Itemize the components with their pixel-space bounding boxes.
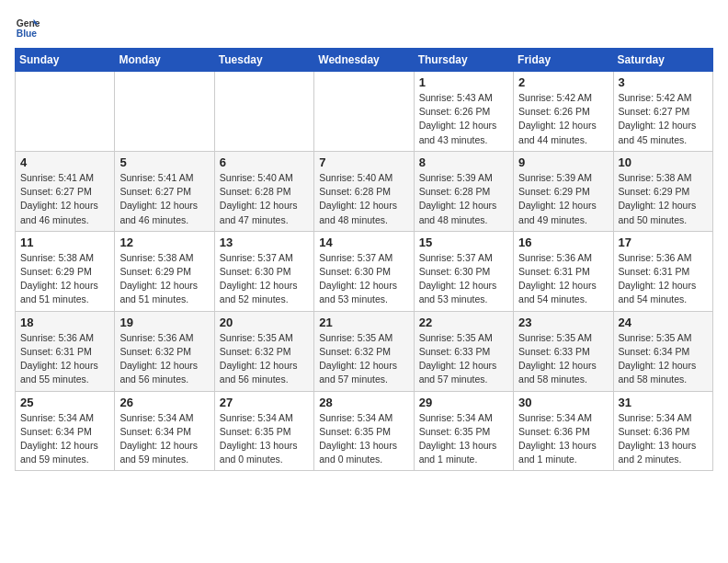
day-number: 14 xyxy=(319,236,408,249)
day-detail: Sunrise: 5:34 AM Sunset: 6:35 PM Dayligh… xyxy=(319,411,408,467)
calendar-cell: 18Sunrise: 5:36 AM Sunset: 6:31 PM Dayli… xyxy=(16,311,115,391)
day-number: 21 xyxy=(319,316,408,329)
calendar-cell: 31Sunrise: 5:34 AM Sunset: 6:36 PM Dayli… xyxy=(613,391,712,471)
day-detail: Sunrise: 5:39 AM Sunset: 6:29 PM Dayligh… xyxy=(518,171,608,227)
day-detail: Sunrise: 5:41 AM Sunset: 6:27 PM Dayligh… xyxy=(20,171,109,227)
day-number: 6 xyxy=(220,155,309,169)
calendar-cell: 6Sunrise: 5:40 AM Sunset: 6:28 PM Daylig… xyxy=(214,151,313,231)
day-detail: Sunrise: 5:35 AM Sunset: 6:32 PM Dayligh… xyxy=(319,331,408,387)
day-number: 4 xyxy=(20,155,109,169)
calendar-cell: 4Sunrise: 5:41 AM Sunset: 6:27 PM Daylig… xyxy=(16,151,115,231)
day-number: 27 xyxy=(220,396,309,409)
calendar-cell: 12Sunrise: 5:38 AM Sunset: 6:29 PM Dayli… xyxy=(115,231,214,311)
calendar-cell xyxy=(115,72,214,152)
weekday-header: Wednesday xyxy=(314,49,414,72)
calendar-cell: 29Sunrise: 5:34 AM Sunset: 6:35 PM Dayli… xyxy=(414,391,513,471)
calendar-cell: 14Sunrise: 5:37 AM Sunset: 6:30 PM Dayli… xyxy=(314,231,414,311)
calendar-cell: 26Sunrise: 5:34 AM Sunset: 6:34 PM Dayli… xyxy=(115,391,214,471)
day-detail: Sunrise: 5:36 AM Sunset: 6:32 PM Dayligh… xyxy=(119,331,209,387)
day-detail: Sunrise: 5:40 AM Sunset: 6:28 PM Dayligh… xyxy=(319,171,408,227)
day-number: 17 xyxy=(619,236,708,249)
day-number: 15 xyxy=(419,236,508,249)
day-number: 8 xyxy=(419,155,508,169)
calendar-cell: 3Sunrise: 5:42 AM Sunset: 6:27 PM Daylig… xyxy=(613,72,712,152)
calendar-cell: 9Sunrise: 5:39 AM Sunset: 6:29 PM Daylig… xyxy=(514,151,613,231)
day-number: 22 xyxy=(419,316,508,329)
day-detail: Sunrise: 5:41 AM Sunset: 6:27 PM Dayligh… xyxy=(119,171,209,227)
calendar-cell: 16Sunrise: 5:36 AM Sunset: 6:31 PM Dayli… xyxy=(514,231,613,311)
calendar-week-row: 11Sunrise: 5:38 AM Sunset: 6:29 PM Dayli… xyxy=(16,231,713,311)
day-detail: Sunrise: 5:43 AM Sunset: 6:26 PM Dayligh… xyxy=(419,91,508,147)
day-number: 19 xyxy=(119,316,209,329)
day-number: 18 xyxy=(20,316,109,329)
day-detail: Sunrise: 5:42 AM Sunset: 6:27 PM Dayligh… xyxy=(619,91,708,147)
calendar-week-row: 4Sunrise: 5:41 AM Sunset: 6:27 PM Daylig… xyxy=(16,151,713,231)
calendar-week-row: 25Sunrise: 5:34 AM Sunset: 6:34 PM Dayli… xyxy=(16,391,713,471)
calendar-cell: 25Sunrise: 5:34 AM Sunset: 6:34 PM Dayli… xyxy=(16,391,115,471)
day-detail: Sunrise: 5:36 AM Sunset: 6:31 PM Dayligh… xyxy=(20,331,109,387)
day-detail: Sunrise: 5:34 AM Sunset: 6:34 PM Dayligh… xyxy=(20,411,109,467)
calendar-cell: 24Sunrise: 5:35 AM Sunset: 6:34 PM Dayli… xyxy=(613,311,712,391)
day-detail: Sunrise: 5:38 AM Sunset: 6:29 PM Dayligh… xyxy=(619,171,708,227)
day-number: 13 xyxy=(220,236,309,249)
day-detail: Sunrise: 5:37 AM Sunset: 6:30 PM Dayligh… xyxy=(319,251,408,307)
day-detail: Sunrise: 5:34 AM Sunset: 6:36 PM Dayligh… xyxy=(619,411,708,467)
day-detail: Sunrise: 5:37 AM Sunset: 6:30 PM Dayligh… xyxy=(220,251,309,307)
calendar-week-row: 18Sunrise: 5:36 AM Sunset: 6:31 PM Dayli… xyxy=(16,311,713,391)
calendar-cell: 22Sunrise: 5:35 AM Sunset: 6:33 PM Dayli… xyxy=(414,311,513,391)
day-number: 11 xyxy=(20,236,109,249)
calendar-cell: 8Sunrise: 5:39 AM Sunset: 6:28 PM Daylig… xyxy=(414,151,513,231)
day-number: 9 xyxy=(518,155,608,169)
calendar-cell: 19Sunrise: 5:36 AM Sunset: 6:32 PM Dayli… xyxy=(115,311,214,391)
weekday-header-row: SundayMondayTuesdayWednesdayThursdayFrid… xyxy=(16,49,713,72)
day-detail: Sunrise: 5:36 AM Sunset: 6:31 PM Dayligh… xyxy=(619,251,708,307)
calendar-week-row: 1Sunrise: 5:43 AM Sunset: 6:26 PM Daylig… xyxy=(16,72,713,152)
day-number: 7 xyxy=(319,155,408,169)
calendar-cell: 13Sunrise: 5:37 AM Sunset: 6:30 PM Dayli… xyxy=(214,231,313,311)
day-detail: Sunrise: 5:34 AM Sunset: 6:35 PM Dayligh… xyxy=(419,411,508,467)
calendar-cell xyxy=(314,72,414,152)
calendar-cell: 7Sunrise: 5:40 AM Sunset: 6:28 PM Daylig… xyxy=(314,151,414,231)
day-number: 20 xyxy=(220,316,309,329)
weekday-header: Sunday xyxy=(16,49,115,72)
day-number: 12 xyxy=(119,236,209,249)
day-detail: Sunrise: 5:42 AM Sunset: 6:26 PM Dayligh… xyxy=(518,91,608,147)
day-number: 31 xyxy=(619,396,708,409)
calendar-cell: 28Sunrise: 5:34 AM Sunset: 6:35 PM Dayli… xyxy=(314,391,414,471)
day-number: 24 xyxy=(619,316,708,329)
day-detail: Sunrise: 5:35 AM Sunset: 6:32 PM Dayligh… xyxy=(220,331,309,387)
day-detail: Sunrise: 5:36 AM Sunset: 6:31 PM Dayligh… xyxy=(518,251,608,307)
calendar-cell: 23Sunrise: 5:35 AM Sunset: 6:33 PM Dayli… xyxy=(514,311,613,391)
day-number: 28 xyxy=(319,396,408,409)
calendar-cell: 20Sunrise: 5:35 AM Sunset: 6:32 PM Dayli… xyxy=(214,311,313,391)
weekday-header: Saturday xyxy=(613,49,712,72)
calendar: SundayMondayTuesdayWednesdayThursdayFrid… xyxy=(15,48,713,471)
day-detail: Sunrise: 5:39 AM Sunset: 6:28 PM Dayligh… xyxy=(419,171,508,227)
calendar-cell: 10Sunrise: 5:38 AM Sunset: 6:29 PM Dayli… xyxy=(613,151,712,231)
day-detail: Sunrise: 5:40 AM Sunset: 6:28 PM Dayligh… xyxy=(220,171,309,227)
calendar-cell: 2Sunrise: 5:42 AM Sunset: 6:26 PM Daylig… xyxy=(514,72,613,152)
day-number: 26 xyxy=(119,396,209,409)
day-number: 2 xyxy=(518,75,608,89)
day-detail: Sunrise: 5:34 AM Sunset: 6:34 PM Dayligh… xyxy=(119,411,209,467)
calendar-cell: 1Sunrise: 5:43 AM Sunset: 6:26 PM Daylig… xyxy=(414,72,513,152)
calendar-cell xyxy=(16,72,115,152)
calendar-cell: 21Sunrise: 5:35 AM Sunset: 6:32 PM Dayli… xyxy=(314,311,414,391)
day-detail: Sunrise: 5:37 AM Sunset: 6:30 PM Dayligh… xyxy=(419,251,508,307)
day-detail: Sunrise: 5:38 AM Sunset: 6:29 PM Dayligh… xyxy=(20,251,109,307)
day-detail: Sunrise: 5:34 AM Sunset: 6:35 PM Dayligh… xyxy=(220,411,309,467)
day-number: 10 xyxy=(619,155,708,169)
day-detail: Sunrise: 5:38 AM Sunset: 6:29 PM Dayligh… xyxy=(119,251,209,307)
calendar-cell: 5Sunrise: 5:41 AM Sunset: 6:27 PM Daylig… xyxy=(115,151,214,231)
logo-icon: General Blue xyxy=(15,15,40,40)
calendar-cell: 15Sunrise: 5:37 AM Sunset: 6:30 PM Dayli… xyxy=(414,231,513,311)
day-detail: Sunrise: 5:35 AM Sunset: 6:33 PM Dayligh… xyxy=(419,331,508,387)
day-detail: Sunrise: 5:35 AM Sunset: 6:33 PM Dayligh… xyxy=(518,331,608,387)
calendar-cell: 11Sunrise: 5:38 AM Sunset: 6:29 PM Dayli… xyxy=(16,231,115,311)
weekday-header: Thursday xyxy=(414,49,513,72)
weekday-header: Friday xyxy=(514,49,613,72)
weekday-header: Monday xyxy=(115,49,214,72)
calendar-cell: 27Sunrise: 5:34 AM Sunset: 6:35 PM Dayli… xyxy=(214,391,313,471)
day-detail: Sunrise: 5:34 AM Sunset: 6:36 PM Dayligh… xyxy=(518,411,608,467)
calendar-cell xyxy=(214,72,313,152)
